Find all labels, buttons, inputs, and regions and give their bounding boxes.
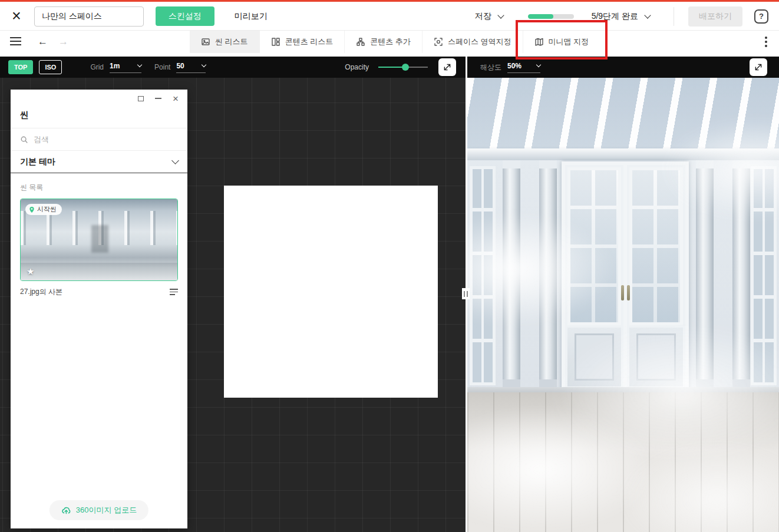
start-scene-badge: 시작씬: [25, 204, 62, 215]
editor-controls-bar: TOP ISO Grid 1m Point 50 Opacity: [0, 57, 466, 78]
scene-thumbnail[interactable]: 시작씬 ★: [20, 199, 178, 281]
thumbnail-doorway: [91, 225, 108, 253]
maximize-icon[interactable]: [138, 96, 144, 101]
door-bottom-panel: [567, 328, 621, 386]
space-editor-app: × 스킨설정 미리보기 저장 5/9단계 완료 배포하기 ? ← →: [0, 0, 779, 532]
preview-expand-button[interactable]: [750, 58, 767, 76]
editor-tabs: 씬 리스트 콘텐츠 리스트 콘텐츠 추가 스페이스 영역지정: [190, 31, 600, 53]
expand-icon: [443, 62, 452, 72]
door-glass-panes: [629, 167, 683, 325]
side-window-left: [470, 166, 496, 385]
menu-icon[interactable]: [10, 37, 21, 48]
save-label: 저장: [475, 11, 491, 22]
preview-controls-bar: 해상도 50%: [467, 57, 779, 78]
upload-360-button[interactable]: 360이미지 업로드: [49, 500, 148, 520]
forward-arrow-button[interactable]: →: [58, 31, 68, 53]
pilaster: [732, 160, 750, 395]
scene-search-input[interactable]: [34, 135, 178, 144]
tab-minimap[interactable]: 미니맵 지정: [523, 31, 600, 53]
search-icon: [20, 136, 28, 144]
blocks-icon: [271, 37, 280, 47]
resolution-label: 해상도: [480, 62, 501, 72]
ceiling-beam: [467, 148, 779, 160]
door-handle: [621, 285, 624, 300]
opacity-label: Opacity: [345, 63, 369, 71]
door-glass-panes: [567, 167, 621, 325]
glass-ceiling: [467, 78, 779, 150]
door-right: [627, 165, 685, 389]
preview-pane: 해상도 50%: [467, 57, 779, 532]
editor-pane: TOP ISO Grid 1m Point 50 Opacity: [0, 57, 466, 532]
favorite-star-icon[interactable]: ★: [27, 266, 34, 277]
floorplan-rect[interactable]: [224, 186, 438, 398]
wood-floor: [467, 391, 779, 532]
scene-name: 27.jpg의 사본: [20, 287, 62, 297]
help-icon[interactable]: ?: [754, 9, 768, 24]
resolution-dropdown[interactable]: 50%: [507, 62, 540, 73]
expand-icon: [754, 62, 763, 72]
scene-panel: × 씬 기본 테마 씬 목록: [11, 90, 187, 528]
tab-space-area[interactable]: 스페이스 영역지정: [422, 31, 523, 53]
door-left: [565, 165, 623, 389]
chevron-down-icon: [644, 12, 651, 18]
add-node-icon: [356, 37, 365, 47]
scene-panel-titlebar: ×: [11, 90, 187, 107]
slider-knob[interactable]: [402, 64, 409, 71]
grid-label: Grid: [90, 63, 104, 71]
theme-name: 기본 테마: [20, 157, 55, 167]
pilaster: [503, 160, 520, 395]
point-size-dropdown[interactable]: 50: [176, 62, 206, 73]
scene-list-label: 씬 목록: [20, 183, 178, 193]
chevron-down-icon: [171, 157, 179, 164]
scene-caption-row: 27.jpg의 사본: [20, 287, 178, 297]
panel-close-icon[interactable]: ×: [173, 94, 179, 104]
chevron-down-icon: [202, 62, 206, 67]
image-icon: [201, 37, 210, 47]
minimize-icon[interactable]: [155, 98, 161, 99]
more-options-icon[interactable]: [765, 37, 767, 49]
editor-expand-button[interactable]: [438, 58, 456, 76]
upload-cloud-icon: [61, 505, 71, 516]
pane-resize-handle[interactable]: [462, 288, 470, 299]
topbar: × 스킨설정 미리보기 저장 5/9단계 완료 배포하기 ?: [0, 0, 779, 31]
chevron-down-icon: [536, 62, 541, 67]
door-bottom-panel: [629, 328, 683, 386]
theme-dropdown[interactable]: 기본 테마: [11, 151, 187, 173]
map-icon: [534, 37, 544, 47]
steps-label: 5/9단계 완료: [592, 11, 638, 22]
chevron-down-icon: [137, 62, 142, 67]
area-select-icon: [434, 37, 443, 47]
tab-content-list[interactable]: 콘텐츠 리스트: [259, 31, 345, 53]
view-top-button[interactable]: TOP: [8, 60, 33, 74]
close-icon[interactable]: ×: [12, 8, 21, 24]
door-handle: [627, 285, 630, 300]
side-window-right: [751, 166, 777, 385]
skin-settings-button[interactable]: 스킨설정: [156, 6, 214, 26]
top-accent-line: [0, 0, 779, 2]
scene-options-icon[interactable]: [170, 289, 178, 295]
french-doors: [562, 161, 689, 392]
grid-size-dropdown[interactable]: 1m: [110, 62, 141, 73]
chevron-down-icon: [497, 12, 504, 18]
scene-search-row: [11, 128, 187, 151]
scene-panel-title: 씬: [11, 107, 187, 128]
toolbar: ← → 씬 리스트 콘텐츠 리스트 콘텐츠 추가: [0, 31, 779, 53]
tab-add-content[interactable]: 콘텐츠 추가: [344, 31, 422, 53]
tab-scene-list[interactable]: 씬 리스트: [190, 31, 259, 53]
save-dropdown[interactable]: 저장: [475, 11, 503, 22]
pilaster: [539, 160, 557, 395]
space-name-input[interactable]: [34, 6, 144, 27]
preview-link[interactable]: 미리보기: [235, 11, 268, 22]
opacity-slider[interactable]: [378, 63, 428, 71]
deploy-button[interactable]: 배포하기: [688, 6, 742, 27]
pilaster: [696, 160, 714, 395]
pin-icon: [29, 206, 35, 213]
panorama-viewport[interactable]: [467, 78, 779, 532]
back-arrow-button[interactable]: ←: [38, 31, 48, 53]
grid-canvas[interactable]: × 씬 기본 테마 씬 목록: [0, 78, 466, 532]
steps-dropdown[interactable]: 5/9단계 완료: [592, 11, 650, 22]
progress-fill: [528, 14, 554, 19]
point-label: Point: [154, 63, 170, 71]
view-iso-button[interactable]: ISO: [39, 60, 62, 74]
progress-bar: [528, 14, 574, 19]
